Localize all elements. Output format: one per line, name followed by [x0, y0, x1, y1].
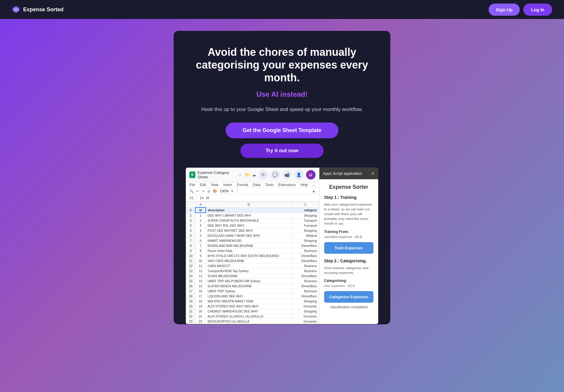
cell-description: UBER TRIP Sydney — [206, 289, 292, 294]
table-row: 1 id description category — [186, 207, 319, 213]
table-row: 11 10 SAFI CAFE MELBOURNE DinnerBars — [186, 258, 319, 264]
hero-title: Avoid the chores of manually categorisin… — [186, 46, 378, 84]
cell-id: 12 — [195, 269, 205, 274]
toolbar-collapse[interactable]: ▲ — [312, 189, 316, 193]
hero-description: Hook this up to your Google Sheet and sp… — [201, 106, 363, 113]
toolbar-undo[interactable]: ↩ — [196, 189, 199, 193]
row-number: 14 — [186, 274, 196, 279]
cell-id: 13 — [195, 274, 205, 279]
cell-description: SUPER CHEAP AUTO BROOKVALE — [206, 218, 292, 223]
apps-script-title: Apps Script application — [323, 171, 362, 176]
toolbar-more[interactable]: ⋮ — [235, 189, 239, 193]
cell-category: Transport — [292, 223, 319, 228]
comment-icon: 💬 — [270, 170, 280, 180]
page-content: Avoid the chores of manually categorisin… — [0, 19, 564, 336]
cell-id: 5 — [195, 233, 205, 238]
row-number: 1 — [186, 207, 196, 213]
menu-tools[interactable]: Tools — [265, 183, 273, 187]
toolbar-redo[interactable]: ↪ — [202, 189, 205, 193]
hero-card: Avoid the chores of manually categorisin… — [174, 31, 390, 324]
brand-logo: Expense Sorted — [12, 5, 64, 14]
cell-id: 6 — [195, 238, 205, 243]
close-icon[interactable]: ✕ — [371, 171, 375, 176]
row-number: 17 — [186, 289, 196, 294]
cell-category: Shopping — [292, 309, 319, 314]
toolbar-search[interactable]: 🔍 — [189, 189, 194, 193]
menu-insert[interactable]: Insert — [223, 183, 232, 187]
get-template-button[interactable]: Get the Google Sheet Template — [226, 123, 338, 138]
cell-description: SLATER BENCH MELBOURNE — [206, 284, 292, 289]
row-number: 3 — [186, 218, 196, 223]
apps-script-header: Apps Script application ✕ — [319, 168, 378, 179]
nav-buttons: Sign Up Log In — [489, 4, 552, 16]
header-desc: description — [206, 207, 292, 213]
menu-data[interactable]: Data — [253, 183, 260, 187]
spreadsheet-panel: S Expense Category Sheet ☆ 📁 ☁ ⟳ 💬 📹 👤 U — [186, 168, 319, 324]
menu-extensions[interactable]: Extensions — [278, 183, 296, 187]
toolbar-paint[interactable]: 🎨 — [213, 189, 217, 193]
cell-category: Shopping — [292, 299, 319, 304]
cell-id: 14 — [195, 279, 205, 284]
navbar: Expense Sorted Sign Up Log In — [0, 0, 564, 19]
menu-view[interactable]: View — [211, 183, 218, 187]
cell-id: 10 — [195, 258, 205, 264]
step1-desc: Add your categorised expenses to a sheet… — [324, 202, 373, 226]
cell-description: POST DEE WHYRET DEE WHY — [206, 228, 292, 233]
cell-category: Groceries — [292, 319, 319, 324]
row-number: 15 — [186, 279, 196, 284]
sheet-body: 1 id description category 2 1 DEE WHY LI… — [186, 207, 319, 324]
col-rownum — [186, 202, 196, 208]
cell-id: 20 — [195, 309, 205, 314]
star-icon: ☆ — [238, 172, 242, 177]
cell-category: Groceries — [292, 314, 319, 319]
apps-script-body: Expense Sorter Step 1.: Training. Add yo… — [319, 179, 378, 314]
cell-id: 18 — [195, 299, 205, 304]
train-expenses-button[interactable]: Train Expenses — [324, 242, 373, 254]
try-now-button[interactable]: Try it out now — [240, 144, 324, 158]
menu-format[interactable]: Format — [237, 183, 248, 187]
cell-category: Business — [292, 248, 319, 253]
categorising-range: new expenses - A2:A — [324, 284, 373, 288]
menu-help[interactable]: Help — [300, 183, 308, 187]
step1-title: Step 1.: Training. — [324, 195, 373, 200]
table-row: 6 5 DOUGLASS HANLY MOIR DEE WHY Medical — [186, 233, 319, 238]
classification-complete: classification completed — [324, 305, 373, 309]
login-button[interactable]: Log In — [523, 4, 552, 16]
col-header-row: A B C — [186, 202, 319, 208]
row-number: 9 — [186, 248, 196, 253]
cell-description: WOOLWORTHS ULLADULLA — [206, 319, 292, 324]
menu-more[interactable]: ... — [313, 183, 316, 187]
formula-icon: ƒx — [200, 196, 204, 200]
cell-category: DinnerBars — [292, 294, 319, 299]
sheet-toolbar: 🔍 ↩ ↪ 🖨 🎨 100% ▾ ⋮ ▲ — [186, 188, 319, 195]
sheet-header: S Expense Category Sheet ☆ 📁 ☁ ⟳ 💬 📹 👤 U — [186, 168, 319, 182]
table-row: 12 11 CABS MASCOT Business — [186, 264, 319, 269]
cell-category: DinnerBars — [292, 274, 319, 279]
menu-file[interactable]: File — [189, 183, 195, 187]
col-b: B — [206, 202, 292, 208]
cell-id: 3 — [195, 223, 205, 228]
row-number: 2 — [186, 213, 196, 218]
row-number: 11 — [186, 258, 196, 264]
cell-description: DEE WHY LIBRARY DEE WHY — [206, 213, 292, 218]
zoom-level[interactable]: 100% — [220, 189, 229, 193]
signup-button[interactable]: Sign Up — [489, 4, 520, 16]
table-row: 4 3 DEE WHY RSL DEE WHY Transport — [186, 223, 319, 228]
table-row: 13 12 TransportforNSW Tap Sydney Busines… — [186, 269, 319, 274]
cell-id: 11 — [195, 264, 205, 269]
cell-description: MYKI STKLD CMCLTS SKR SOUTH MELBOURAU — [206, 253, 292, 258]
toolbar-dropdown[interactable]: ▾ — [231, 189, 233, 193]
logo-icon — [12, 5, 20, 14]
cell-id: 4 — [195, 228, 205, 233]
cell-description: RIVERLAND BAR MELBOURNE — [206, 243, 292, 248]
cell-reference[interactable]: A1 — [189, 196, 197, 200]
cell-category: Shopping — [292, 228, 319, 233]
table-row: 3 2 SUPER CHEAP AUTO BROOKVALE Transport — [186, 218, 319, 223]
menu-edit[interactable]: Edit — [200, 183, 206, 187]
toolbar-print[interactable]: 🖨 — [207, 189, 210, 193]
cell-description: DEE WHY RSL DEE WHY — [206, 223, 292, 228]
categorise-expenses-button[interactable]: Categorise Expenses — [324, 291, 373, 303]
cell-description: CABS MASCOT — [206, 264, 292, 269]
cell-id: 17 — [195, 294, 205, 299]
table-row: 17 16 UBER TRIP Sydney Business — [186, 289, 319, 294]
